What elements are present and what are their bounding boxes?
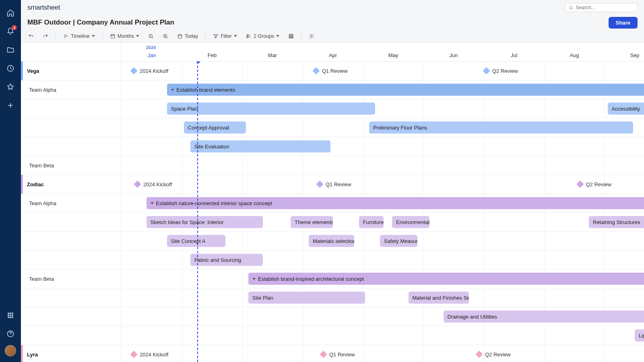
notifications-icon[interactable]: 3 — [3, 24, 18, 39]
zoom-out-button[interactable] — [145, 32, 157, 41]
team-label[interactable] — [21, 118, 121, 137]
team-label[interactable]: Team Beta — [21, 156, 121, 175]
team-label[interactable] — [21, 288, 121, 307]
chevron-down-icon — [136, 35, 139, 37]
task-bar[interactable]: Establish nature-connected interior spac… — [147, 197, 644, 209]
task-bar[interactable]: Materials selection — [309, 235, 354, 247]
team-label[interactable] — [21, 251, 121, 269]
svg-rect-17 — [247, 36, 248, 38]
logo: smartsheet — [27, 4, 60, 12]
home-icon[interactable] — [3, 6, 18, 20]
milestone[interactable]: Q2 Review — [578, 181, 612, 187]
team-label[interactable]: Team Alpha — [21, 194, 121, 213]
grid-toggle-button[interactable] — [285, 32, 297, 41]
team-label[interactable]: Team Alpha — [21, 80, 121, 99]
task-bar[interactable]: Furniture — [359, 216, 384, 228]
help-icon[interactable] — [3, 327, 18, 341]
chevron-down-icon — [92, 35, 95, 37]
svg-point-5 — [10, 315, 11, 316]
project-label[interactable]: Lyra — [21, 345, 121, 362]
team-label[interactable] — [21, 213, 121, 232]
gantt-chart[interactable]: 2024JanFebMarAprMayJunJulAugSep 2024 Kic… — [122, 43, 644, 362]
svg-point-19 — [311, 35, 313, 37]
project-label[interactable]: Zodiac — [21, 175, 121, 194]
task-bar[interactable]: Preliminary Floor Plans — [369, 121, 633, 134]
title-row: MBF Outdoor | Company Annual Project Pla… — [21, 15, 644, 30]
milestone[interactable]: 2024 Kickoff — [135, 181, 172, 187]
task-bar[interactable]: Site Concept A — [167, 235, 226, 247]
svg-rect-18 — [289, 34, 293, 38]
user-avatar[interactable] — [5, 345, 16, 356]
folder-icon[interactable] — [3, 43, 18, 57]
task-bar[interactable]: Fabric and Sourcing — [190, 254, 263, 266]
svg-rect-16 — [247, 34, 248, 36]
task-bar[interactable]: Site Evaluation — [190, 140, 330, 152]
task-bar[interactable]: Material and Finishes Selection — [409, 292, 469, 304]
apps-icon[interactable] — [3, 308, 18, 323]
svg-point-9 — [12, 317, 13, 318]
recents-icon[interactable] — [3, 61, 18, 76]
svg-point-2 — [10, 313, 11, 314]
task-bar[interactable]: Accessibility — [608, 103, 644, 115]
project-label[interactable]: Vega — [21, 62, 121, 80]
search-icon — [569, 5, 574, 10]
favorites-icon[interactable] — [3, 80, 18, 94]
left-nav-rail: 3 — [0, 0, 21, 362]
share-button[interactable]: Share — [609, 17, 638, 29]
task-bar[interactable]: Lighting Design — [635, 329, 644, 341]
task-bar[interactable]: Retaining Structures — [589, 216, 644, 228]
filter-button[interactable]: Filter — [210, 32, 240, 41]
svg-point-3 — [12, 313, 13, 314]
row-labels: VegaTeam AlphaTeam BetaZodiacTeam AlphaT… — [21, 43, 122, 362]
task-bar[interactable]: Site Plan — [248, 292, 365, 304]
view-timeline-button[interactable]: Timeline — [60, 32, 98, 41]
svg-rect-15 — [178, 34, 182, 38]
page-title: MBF Outdoor | Company Annual Project Pla… — [27, 19, 174, 27]
range-months-button[interactable]: Months — [107, 32, 142, 41]
svg-point-8 — [10, 317, 11, 318]
milestone[interactable]: Q1 Review — [321, 352, 355, 358]
svg-point-6 — [12, 315, 13, 316]
chevron-down-icon — [234, 35, 237, 37]
task-bar[interactable]: Drainage and Utilities — [444, 311, 644, 323]
team-label[interactable] — [21, 326, 121, 345]
team-label[interactable] — [21, 99, 121, 118]
task-bar[interactable]: Space Plan — [167, 103, 376, 115]
team-label[interactable] — [21, 232, 121, 251]
svg-point-4 — [8, 315, 9, 316]
task-bar[interactable]: Concept Approval — [184, 121, 246, 134]
undo-button[interactable] — [25, 32, 37, 41]
milestone[interactable]: Q1 Review — [314, 68, 348, 74]
svg-rect-12 — [111, 34, 114, 38]
chevron-down-icon — [276, 35, 279, 37]
svg-point-1 — [8, 313, 9, 314]
milestone[interactable]: Q2 Review — [484, 68, 518, 74]
redo-button[interactable] — [39, 32, 52, 41]
milestone[interactable]: Q2 Review — [477, 352, 511, 358]
svg-point-11 — [570, 6, 572, 9]
task-bar[interactable]: Safety Measures — [380, 235, 417, 247]
settings-button[interactable] — [305, 32, 318, 41]
zoom-in-button[interactable] — [159, 32, 171, 41]
today-button[interactable]: Today — [174, 32, 201, 41]
milestone[interactable]: Q1 Review — [317, 181, 351, 187]
search-input[interactable] — [576, 5, 634, 10]
team-label[interactable] — [21, 307, 121, 326]
timeline: VegaTeam AlphaTeam BetaZodiacTeam AlphaT… — [21, 43, 644, 362]
search-input-wrap[interactable] — [565, 3, 638, 12]
svg-point-7 — [8, 317, 9, 318]
team-label[interactable]: Team Beta — [21, 269, 121, 288]
task-bar[interactable]: Theme elements — [291, 216, 333, 228]
groups-button[interactable]: 2 Groups — [243, 32, 283, 41]
milestone[interactable]: 2024 Kickoff — [131, 352, 168, 358]
add-icon[interactable] — [3, 98, 18, 113]
toolbar: Timeline Months Today Filter 2 Groups — [21, 30, 644, 43]
team-label[interactable] — [21, 137, 121, 156]
milestone[interactable]: 2024 Kickoff — [131, 68, 168, 74]
task-bar[interactable]: Establish brand elements — [167, 84, 644, 96]
topbar: smartsheet — [21, 0, 644, 15]
task-bar[interactable]: Environmental Considerations — [392, 216, 429, 228]
months-header: 2024JanFebMarAprMayJunJulAugSep — [122, 43, 644, 62]
task-bar[interactable]: Sketch Ideas for Space: Interior — [147, 216, 263, 228]
task-bar[interactable]: Establish brand-inspired architectural c… — [248, 273, 644, 285]
